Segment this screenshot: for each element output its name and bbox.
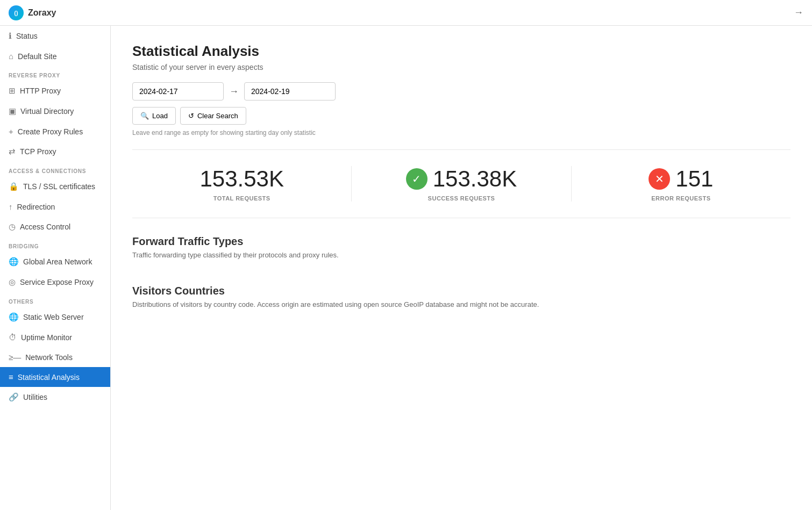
utilities-icon: 🔗 xyxy=(9,392,19,402)
sidebar-item-label: Static Web Server xyxy=(23,313,84,321)
sidebar-item-label: Statistical Analysis xyxy=(18,373,80,382)
sidebar-item-left: ⊞ HTTP Proxy xyxy=(9,86,61,96)
sidebar-section-others: OTHERS xyxy=(0,292,110,307)
sidebar-item-left: ◎ Service Expose Proxy xyxy=(9,277,94,287)
sidebar-item-left: ▣ Virtual Directory xyxy=(9,106,74,116)
sidebar-item-left: 🌐 Global Area Network xyxy=(9,257,92,267)
sidebar-item-label: Global Area Network xyxy=(23,257,92,266)
sidebar-item-service-expose-proxy[interactable]: ◎ Service Expose Proxy xyxy=(0,272,110,292)
sidebar-item-label: Virtual Directory xyxy=(20,107,74,116)
access-control-icon: ◷ xyxy=(9,222,16,232)
logo: () Zoraxy xyxy=(9,5,56,20)
sidebar-item-left: ≡ Statistical Analysis xyxy=(9,372,80,382)
error-requests-label: ERROR REQUESTS xyxy=(651,195,710,202)
page-subtitle: Statistic of your server in every aspect… xyxy=(132,63,790,71)
sidebar-item-left: ↑ Redirection xyxy=(9,202,55,211)
network-tools-icon: ≥— xyxy=(9,353,21,362)
sidebar-item-left: ⇄ TCP Proxy xyxy=(9,147,56,156)
sidebar-item-virtual-directory[interactable]: ▣ Virtual Directory xyxy=(0,101,110,121)
sidebar-item-left: ℹ Status xyxy=(9,31,38,41)
tls-ssl-icon: 🔒 xyxy=(9,182,19,191)
layout: ℹ Status ⌂ Default Site REVERSE PROXY ⊞ … xyxy=(0,26,812,510)
sidebar-item-status[interactable]: ℹ Status xyxy=(0,26,110,46)
redirection-icon: ↑ xyxy=(9,202,13,211)
sidebar-item-label: Service Expose Proxy xyxy=(20,278,94,286)
sidebar-item-label: TCP Proxy xyxy=(20,147,56,156)
uptime-monitor-icon: ⏱ xyxy=(9,333,17,342)
sidebar-item-uptime-monitor[interactable]: ⏱ Uptime Monitor xyxy=(0,327,110,347)
default-site-icon: ⌂ xyxy=(9,52,13,61)
sidebar-item-left: ⏱ Uptime Monitor xyxy=(9,333,72,342)
status-icon: ℹ xyxy=(9,31,12,41)
hint-text: Leave end range as empty for showing sta… xyxy=(132,129,790,137)
load-button[interactable]: 🔍 Load xyxy=(132,107,176,125)
sidebar-item-label: TLS / SSL certificates xyxy=(23,182,95,191)
sidebar-item-create-proxy-rules[interactable]: + Create Proxy Rules xyxy=(0,121,110,141)
date-range: → xyxy=(132,82,790,100)
error-requests-number: ✕ 151 xyxy=(649,166,713,192)
sidebar-item-left: ⌂ Default Site xyxy=(9,52,56,61)
logo-text: Zoraxy xyxy=(28,8,56,18)
sidebar-item-left: 🌐 Static Web Server xyxy=(9,312,84,322)
arrow-icon: → xyxy=(229,86,239,97)
sidebar-section-reverse-proxy: REVERSE PROXY xyxy=(0,66,110,81)
sidebar-item-label: Access Control xyxy=(20,222,70,231)
forward-traffic-title: Forward Traffic Types xyxy=(132,235,790,248)
sidebar-item-tls-ssl[interactable]: 🔒 TLS / SSL certificates xyxy=(0,176,110,197)
error-icon: ✕ xyxy=(649,168,670,190)
search-icon: 🔍 xyxy=(140,112,149,120)
action-buttons: 🔍 Load ↺ Clear Search xyxy=(132,107,790,125)
date-from-input[interactable] xyxy=(132,82,224,100)
sidebar-item-tcp-proxy[interactable]: ⇄ TCP Proxy xyxy=(0,141,110,162)
sidebar-item-static-web-server[interactable]: 🌐 Static Web Server xyxy=(0,307,110,327)
error-requests-cell: ✕ 151 ERROR REQUESTS xyxy=(571,166,790,202)
statistical-analysis-icon: ≡ xyxy=(9,372,13,382)
sidebar-item-global-area-network[interactable]: 🌐 Global Area Network xyxy=(0,252,110,272)
total-requests-label: TOTAL REQUESTS xyxy=(213,195,270,202)
header: () Zoraxy → xyxy=(0,0,812,26)
sidebar-item-label: Uptime Monitor xyxy=(21,333,72,342)
refresh-icon: ↺ xyxy=(188,112,194,120)
sidebar-section-bridging: BRIDGING xyxy=(0,237,110,252)
service-expose-proxy-icon: ◎ xyxy=(9,277,16,287)
sidebar-item-network-tools[interactable]: ≥— Network Tools xyxy=(0,347,110,367)
total-requests-number: 153.53K xyxy=(200,166,283,192)
sidebar-item-left: 🔒 TLS / SSL certificates xyxy=(9,182,95,191)
visitors-countries-title: Visitors Countries xyxy=(132,285,790,297)
sidebar-item-default-site[interactable]: ⌂ Default Site xyxy=(0,46,110,66)
success-requests-number: ✓ 153.38K xyxy=(406,166,517,192)
sidebar-item-utilities[interactable]: 🔗 Utilities xyxy=(0,387,110,407)
sidebar-item-statistical-analysis[interactable]: ≡ Statistical Analysis xyxy=(0,367,110,387)
success-requests-cell: ✓ 153.38K SUCCESS REQUESTS xyxy=(351,166,571,202)
success-icon: ✓ xyxy=(406,168,428,190)
http-proxy-icon: ⊞ xyxy=(9,86,16,96)
sidebar-item-redirection[interactable]: ↑ Redirection xyxy=(0,197,110,217)
logout-button[interactable]: → xyxy=(794,7,803,18)
total-requests-cell: 153.53K TOTAL REQUESTS xyxy=(132,166,351,202)
sidebar-item-label: Status xyxy=(16,32,38,40)
main-content: Statistical Analysis Statistic of your s… xyxy=(111,26,812,510)
success-requests-label: SUCCESS REQUESTS xyxy=(428,195,495,202)
visitors-countries-subtitle: Distributions of visitors by country cod… xyxy=(132,300,790,308)
sidebar-item-left: ≥— Network Tools xyxy=(9,353,73,362)
page-title: Statistical Analysis xyxy=(132,43,790,60)
sidebar-item-label: Network Tools xyxy=(25,353,73,362)
virtual-directory-icon: ▣ xyxy=(9,106,16,116)
stats-row: 153.53K TOTAL REQUESTS ✓ 153.38K SUCCESS… xyxy=(132,149,790,218)
sidebar-item-label: Redirection xyxy=(17,203,55,211)
sidebar-item-http-proxy[interactable]: ⊞ HTTP Proxy xyxy=(0,81,110,101)
sidebar-item-access-control[interactable]: ◷ Access Control xyxy=(0,217,110,237)
static-web-server-icon: 🌐 xyxy=(9,312,19,322)
sidebar-item-left: + Create Proxy Rules xyxy=(9,127,83,136)
header-right: → xyxy=(794,7,803,18)
logo-icon: () xyxy=(9,5,24,20)
sidebar-item-label: HTTP Proxy xyxy=(20,87,61,95)
forward-traffic-subtitle: Traffic forwarding type classified by th… xyxy=(132,251,790,259)
sidebar-section-access-&-connections: ACCESS & CONNECTIONS xyxy=(0,162,110,176)
sidebar-item-label: Create Proxy Rules xyxy=(18,127,83,136)
clear-search-button[interactable]: ↺ Clear Search xyxy=(180,107,246,125)
global-area-network-icon: 🌐 xyxy=(9,257,19,267)
date-to-input[interactable] xyxy=(244,82,336,100)
sidebar-item-label: Default Site xyxy=(18,52,56,61)
create-proxy-rules-icon: + xyxy=(9,127,13,136)
